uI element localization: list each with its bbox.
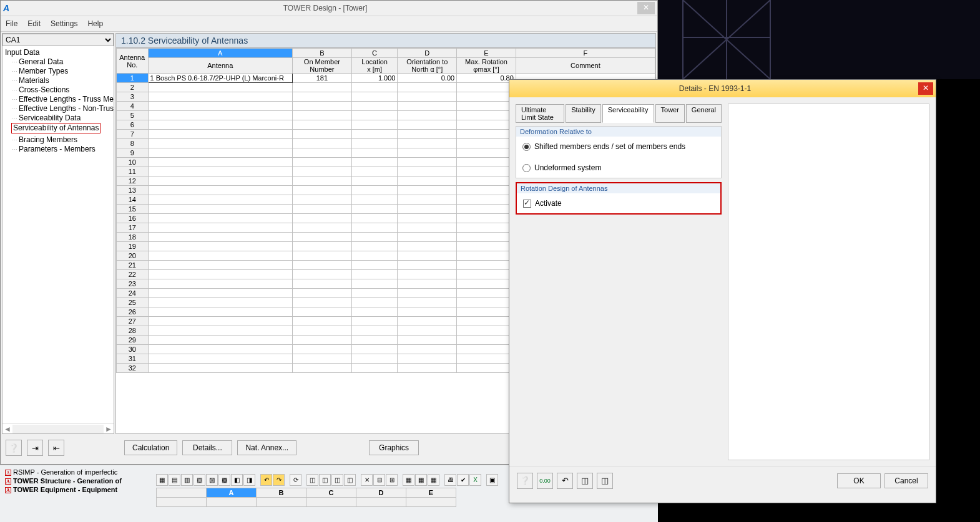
nat-annex-button[interactable]: Nat. Annex...: [237, 440, 296, 455]
dialog-tab[interactable]: Serviceability: [602, 104, 654, 123]
tree-item[interactable]: Serviceability of Antennas: [11, 123, 100, 133]
toolbar-icon[interactable]: ▤: [169, 474, 180, 486]
details-button[interactable]: Details...: [182, 440, 232, 455]
toolbar-icon[interactable]: ◫: [331, 474, 343, 486]
tree-item[interactable]: Member Types: [2, 67, 114, 76]
dialog-tabs: Ultimate Limit StateStabilityServiceabil…: [516, 104, 722, 122]
tree-item[interactable]: Cross-Sections: [2, 85, 114, 95]
dialog-close-button[interactable]: ✕: [918, 82, 933, 95]
menubar: File Edit Settings Help: [1, 16, 657, 32]
tree-h-scrollbar[interactable]: ◄ ►: [2, 423, 114, 433]
tower-3d-viewport: [658, 0, 980, 79]
toolbar-icon[interactable]: ▩: [218, 474, 230, 486]
toolbar-icon[interactable]: ✔: [457, 474, 469, 486]
window-close-button[interactable]: ✕: [637, 2, 655, 14]
toolbar-icon[interactable]: ⊟: [373, 474, 385, 486]
tree-item[interactable]: General Data: [2, 57, 114, 67]
toolbar-icon[interactable]: ⟳: [290, 474, 301, 486]
dialog-reset-button[interactable]: ↶: [557, 473, 573, 489]
toolbar-icon[interactable]: ▦: [415, 474, 427, 486]
titlebar: A TOWER Design - [Tower] ✕: [1, 1, 657, 16]
dialog-save-default-button[interactable]: ◫: [577, 473, 593, 489]
toolbar-icon[interactable]: ◨: [243, 474, 255, 486]
window-title: TOWER Design - [Tower]: [13, 4, 637, 12]
toolbar-icon[interactable]: ▦: [403, 474, 414, 486]
details-dialog: Details - EN 1993-1-1 ✕ Ultimate Limit S…: [509, 79, 936, 503]
rotation-design-group: Rotation Design of Antennas Activate: [516, 182, 722, 215]
toolbar-icon[interactable]: ◫: [344, 474, 356, 486]
excel-export-icon[interactable]: X: [469, 474, 481, 486]
app-icon: A: [3, 3, 13, 13]
dialog-help-button[interactable]: ❔: [517, 473, 533, 489]
radio-undeformed-label: Undeformed system: [534, 163, 601, 172]
toolbar-icon[interactable]: ◫: [319, 474, 331, 486]
toolbar-icon[interactable]: ▣: [486, 474, 498, 486]
dialog-load-default-button[interactable]: ◫: [597, 473, 613, 489]
tree-item[interactable]: Bracing Members: [2, 135, 114, 145]
help-button[interactable]: ❔: [6, 440, 22, 456]
toolbar-icon[interactable]: 🖶: [444, 474, 456, 486]
toolbar-icon[interactable]: ⊞: [386, 474, 398, 486]
dialog-tab[interactable]: Ultimate Limit State: [516, 104, 564, 123]
radio-shifted-ends-label: Shifted members ends / set of members en…: [534, 142, 685, 151]
lower-grid[interactable]: A B C D E: [156, 488, 456, 507]
tree-item[interactable]: Effective Lengths - Non-Truss Members: [2, 104, 114, 114]
activate-checkbox[interactable]: [523, 200, 531, 208]
menu-edit[interactable]: Edit: [27, 19, 41, 28]
tree-item[interactable]: Materials: [2, 76, 114, 85]
toolbar-icon[interactable]: ▨: [206, 474, 218, 486]
tree-item[interactable]: Effective Lengths - Truss Members: [2, 95, 114, 104]
radio-undeformed[interactable]: [522, 164, 531, 172]
nav-panel: CA1 Input Data General DataMember TypesM…: [2, 33, 114, 434]
tree-root[interactable]: Input Data: [2, 47, 114, 57]
toolbar-icon[interactable]: ▧: [194, 474, 205, 486]
export-button[interactable]: ⇤: [48, 440, 64, 456]
toolbar-icon[interactable]: ▦: [156, 474, 168, 486]
deformation-group: Deformation Relative to Shifted members …: [516, 126, 722, 178]
toolbar-icon[interactable]: ◫: [306, 474, 318, 486]
menu-file[interactable]: File: [6, 19, 17, 28]
toolbar-icon[interactable]: ◧: [231, 474, 243, 486]
toolbar-icon[interactable]: ↷: [273, 474, 285, 486]
tree-item[interactable]: Serviceability Data: [2, 114, 114, 123]
menu-settings[interactable]: Settings: [51, 19, 77, 28]
toolbar-icon[interactable]: ↶: [260, 474, 272, 486]
nav-tree: Input Data General DataMember TypesMater…: [2, 46, 114, 423]
ok-button[interactable]: OK: [837, 473, 881, 488]
dialog-footer: ❔ 0.00 ↶ ◫ ◫ OK Cancel: [509, 466, 936, 494]
cancel-button[interactable]: Cancel: [884, 473, 928, 488]
toolbar-icon[interactable]: ▥: [181, 474, 193, 486]
menu-help[interactable]: Help: [87, 19, 103, 28]
radio-shifted-ends[interactable]: [522, 143, 531, 151]
dialog-preview: [728, 104, 929, 460]
calculation-button[interactable]: Calculation: [124, 440, 177, 455]
dialog-tab[interactable]: Tower: [655, 104, 685, 123]
dialog-title: Details - EN 1993-1-1: [512, 84, 918, 93]
dialog-titlebar: Details - EN 1993-1-1 ✕: [509, 80, 936, 97]
dialog-tab[interactable]: Stability: [566, 104, 601, 123]
lower-toolbar: ▦ ▤ ▥ ▧ ▨ ▩ ◧ ◨ ↶ ↷ ⟳ ◫ ◫ ◫ ◫ ✕ ⊟ ⊞ ▦ ▦ …: [156, 474, 498, 486]
dialog-tab[interactable]: General: [686, 104, 722, 123]
tree-item[interactable]: Parameters - Members: [2, 145, 114, 154]
section-title: 1.10.2 Serviceability of Antennas: [115, 33, 656, 48]
activate-label: Activate: [535, 199, 562, 208]
toolbar-icon[interactable]: ▦: [428, 474, 439, 486]
scroll-left-icon[interactable]: ◄: [2, 425, 12, 433]
import-button[interactable]: ⇥: [27, 440, 43, 456]
case-combo[interactable]: CA1: [2, 34, 114, 46]
dialog-units-button[interactable]: 0.00: [537, 473, 553, 489]
scroll-right-icon[interactable]: ►: [104, 425, 114, 433]
toolbar-icon[interactable]: ✕: [361, 474, 373, 486]
graphics-button[interactable]: Graphics: [369, 440, 419, 455]
